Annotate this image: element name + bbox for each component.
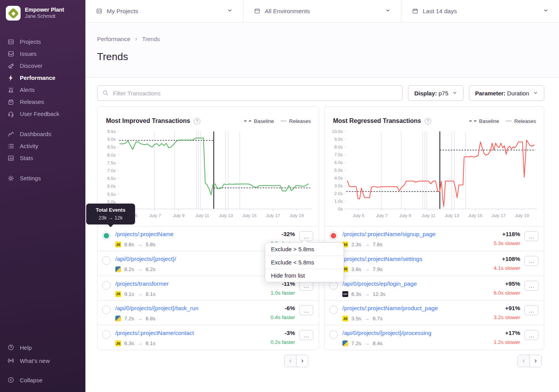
transaction-radio-selected[interactable] (329, 231, 338, 240)
sidebar-item-whats-new[interactable]: What’s new (0, 354, 85, 367)
transaction-link[interactable]: /api/0/projects/{project}/task_run (115, 305, 198, 311)
transaction-link[interactable]: /projects/:projectName/settings (342, 256, 422, 262)
row-actions-button[interactable]: … (299, 305, 313, 315)
transaction-link[interactable]: /api/0/projects/{project}/ (115, 256, 176, 262)
transaction-link[interactable]: /api/0/projects/{project}/processing (342, 330, 431, 336)
row-actions-button[interactable]: … (299, 330, 313, 340)
search-container (97, 85, 403, 101)
legend-baseline[interactable]: Baseline (469, 118, 499, 124)
display-label: Display: (414, 90, 437, 97)
transaction-radio[interactable] (329, 306, 338, 314)
parameter-dropdown[interactable]: Parameter: Duration (469, 85, 544, 101)
svg-text:July 11: July 11 (422, 213, 436, 218)
project-selector[interactable]: My Projects (85, 0, 243, 22)
regressed-trend-chart[interactable]: 10.0s9.0s8.0s7.0s6.0s5.0s4.0s3.0s2.0s1.0… (325, 128, 544, 226)
sidebar-item-activity[interactable]: Activity (0, 140, 85, 152)
settings-gear-icon (7, 175, 14, 182)
chevron-right-icon (300, 359, 305, 363)
trend-percent: +108% (494, 256, 520, 262)
svg-text:7.0s: 7.0s (334, 152, 343, 157)
row-actions-button[interactable]: … (524, 231, 538, 241)
transaction-radio-selected[interactable] (102, 231, 111, 240)
legend-releases[interactable]: Releases (506, 118, 536, 124)
main-content: My Projects All Environments Last 14 day… (85, 0, 559, 392)
transaction-radio[interactable] (102, 256, 111, 265)
transaction-link[interactable]: /api/0/projects/ep/login_page (342, 280, 417, 287)
user-feedback-headset-icon (7, 111, 14, 117)
org-user: Jane Schmidt (25, 13, 64, 20)
python-platform-icon (342, 340, 348, 346)
sidebar-item-releases[interactable]: Releases (0, 96, 85, 108)
legend-releases[interactable]: Releases (281, 118, 311, 124)
display-dropdown[interactable]: Display: p75 (408, 85, 464, 101)
previous-page-button[interactable] (285, 355, 296, 367)
date-range-selector[interactable]: Last 14 days (401, 0, 559, 22)
search-icon (102, 90, 109, 98)
row-actions-button[interactable]: … (524, 256, 538, 266)
transaction-link[interactable]: /projects/:projectName/contact (115, 330, 194, 336)
menu-item-exclude-below[interactable]: Exclude < 5.8ms (265, 256, 344, 269)
regressed-column: Most Regressed Transactions ? Baseline R… (324, 106, 544, 367)
sidebar-item-help[interactable]: Help (0, 341, 85, 354)
arrow-right-icon: → (137, 266, 143, 272)
sidebar-item-discover[interactable]: Discover (0, 60, 85, 72)
sidebar-item-label: Collapse (20, 376, 42, 384)
help-circle-icon[interactable]: ? (425, 118, 431, 124)
transaction-link[interactable]: /projects/:projectName/product_page (342, 305, 438, 311)
releases-box-icon (7, 98, 14, 105)
trend-delta: 0.4s faster (271, 314, 295, 320)
org-switcher[interactable]: Empower Plant Jane Schmidt (0, 0, 85, 26)
row-actions-menu: Exclude > 5.8ms Exclude < 5.8ms Hide fro… (265, 242, 344, 282)
transaction-radio[interactable] (102, 306, 111, 314)
transaction-link[interactable]: /projects/:projectName (115, 231, 174, 237)
org-logo (6, 6, 21, 21)
row-actions-button[interactable]: … (524, 330, 538, 340)
sidebar-item-label: Settings (20, 174, 41, 182)
menu-item-hide-from-list[interactable]: Hide from list (265, 269, 344, 282)
duration-before: 8.2s (124, 266, 134, 272)
next-page-button[interactable] (529, 355, 541, 367)
row-actions-button[interactable]: … (524, 281, 538, 291)
transaction-link[interactable]: /projects/transformer (115, 280, 169, 287)
chart-legend: Baseline Releases (469, 118, 536, 124)
sidebar-item-label: Performance (20, 74, 56, 81)
table-row: /api/0/projects/ep/login_page </>6.3s→12… (325, 276, 544, 300)
sidebar-item-dashboards[interactable]: Dashboards (0, 128, 85, 140)
environment-selector[interactable]: All Environments (243, 0, 401, 22)
panel-title: Most Regressed Transactions (333, 117, 421, 124)
transaction-radio[interactable] (102, 330, 111, 339)
empower-plant-logo-icon (7, 7, 19, 19)
dashboards-chart-icon (7, 131, 14, 138)
menu-item-exclude-above[interactable]: Exclude > 5.8ms (265, 243, 344, 256)
duration-before: 6.3s (351, 291, 361, 297)
chart-legend: Baseline Releases (244, 118, 311, 124)
sidebar-item-settings[interactable]: Settings (0, 172, 85, 184)
breadcrumb-performance[interactable]: Performance (97, 36, 130, 42)
transaction-radio[interactable] (102, 281, 111, 290)
row-actions-button[interactable]: … (524, 305, 538, 315)
next-page-button[interactable] (296, 355, 308, 367)
projects-icon (7, 38, 14, 45)
legend-baseline[interactable]: Baseline (244, 118, 274, 124)
svg-text:July 13: July 13 (445, 213, 459, 218)
sidebar-collapse-button[interactable]: Collapse (0, 373, 85, 387)
row-actions-button[interactable]: … (299, 231, 313, 241)
sidebar-item-issues[interactable]: Issues (0, 48, 85, 60)
transaction-radio[interactable] (329, 330, 338, 339)
python-platform-icon (115, 266, 121, 272)
svg-text:6.5s: 6.5s (107, 176, 116, 181)
sidebar-item-stats[interactable]: Stats (0, 152, 85, 164)
alerts-siren-icon (7, 86, 14, 93)
sidebar-item-alerts[interactable]: Alerts (0, 84, 85, 96)
search-input[interactable] (97, 85, 403, 101)
sidebar-item-performance[interactable]: Performance (0, 72, 85, 84)
table-row: /api/0/projects/{project}/task_run 7.2s→… (97, 300, 319, 325)
arrow-right-icon: → (365, 316, 370, 321)
sidebar-item-user-feedback[interactable]: User Feedback (0, 108, 85, 120)
previous-page-button[interactable] (518, 355, 529, 367)
table-row: /api/0/projects/{project}/processing 7.2… (325, 325, 544, 350)
javascript-platform-icon: JS (342, 316, 348, 321)
sidebar-item-projects[interactable]: Projects (0, 36, 85, 48)
help-circle-icon[interactable]: ? (194, 118, 200, 124)
transaction-link[interactable]: /projects/:projectName/signup_page (342, 231, 436, 237)
